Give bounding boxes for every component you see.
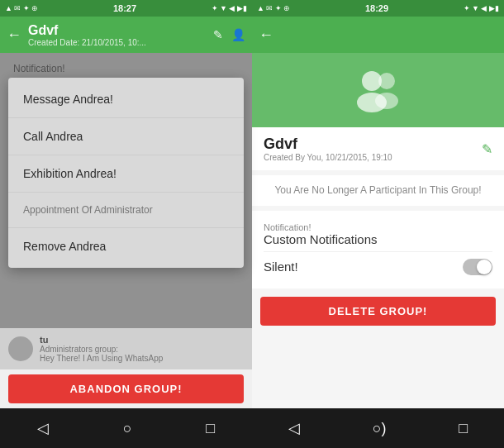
left-content-area: Notification! Custom Notifications! Mess… xyxy=(0,53,252,328)
edit-icon[interactable]: ✎ xyxy=(213,28,223,41)
notification-label-right: Notification! xyxy=(264,222,492,232)
settings-section: Notification! Custom Notifications Silen… xyxy=(252,211,504,288)
right-panel: ▲ ✉ ✦ ⊕ 18:29 ✦ ▼ ◀ ▶▮ ← Gdvf Created By… xyxy=(252,0,504,448)
popup-item-exhibition[interactable]: Exhibition Andrea! xyxy=(8,155,244,193)
back-nav-icon-left[interactable]: ◁ xyxy=(37,419,49,437)
edit-icon-right[interactable]: ✎ xyxy=(482,141,492,157)
notification-row: Notification! Custom Notifications xyxy=(264,217,492,252)
top-bar-action-icons: ✎ 👤 xyxy=(213,28,245,41)
toggle-knob xyxy=(477,260,492,274)
silent-label: Silent! xyxy=(264,260,298,274)
group-name-row: Gdvf Created By You, 10/21/2015, 19:10 ✎ xyxy=(264,136,492,162)
left-top-bar: ← Gdvf Created Date: 21/10/2015, 10:... … xyxy=(0,17,252,53)
delete-group-button[interactable]: DELETE GROUP! xyxy=(260,297,496,326)
group-info-section: Gdvf Created By You, 10/21/2015, 19:10 ✎ xyxy=(252,127,504,170)
right-nav-bar: ◁ ○) □ xyxy=(252,408,504,448)
left-status-left-icons: ▲ ✉ ✦ ⊕ xyxy=(5,4,38,12)
group-header xyxy=(252,53,504,127)
chat-name: tu xyxy=(40,335,163,345)
chat-role: Administrators group: xyxy=(40,345,163,354)
group-avatar xyxy=(352,64,405,117)
notification-label-left: Notification! xyxy=(13,63,239,74)
context-menu-popup: Message Andrea! Call Andrea Exhibition A… xyxy=(8,78,244,268)
popup-item-call[interactable]: Call Andrea xyxy=(8,118,244,155)
svg-point-3 xyxy=(375,93,398,109)
left-panel: ▲ ✉ ✦ ⊕ 18:27 ✦ ▼ ◀ ▶▮ ← Gdvf Created Da… xyxy=(0,0,252,448)
recents-nav-icon-right[interactable]: □ xyxy=(459,420,468,437)
abandon-group-button[interactable]: ABANDON GROUP! xyxy=(8,374,244,403)
right-status-bar: ▲ ✉ ✦ ⊕ 18:29 ✦ ▼ ◀ ▶▮ xyxy=(252,0,504,17)
group-title-left: Gdvf xyxy=(28,23,207,38)
left-nav-bar: ◁ ○ □ xyxy=(0,408,252,448)
right-top-bar: ← xyxy=(252,17,504,53)
group-avatar-svg xyxy=(354,68,403,113)
back-icon-right[interactable]: ← xyxy=(259,26,273,44)
custom-notifications-setting[interactable]: Custom Notifications xyxy=(264,232,492,246)
left-status-time: 18:27 xyxy=(113,3,136,13)
chat-avatar xyxy=(8,336,33,361)
group-name: Gdvf xyxy=(264,136,392,153)
popup-item-remove[interactable]: Remove Andrea xyxy=(8,228,244,265)
popup-item-appointment[interactable]: Appointment Of Administrator xyxy=(8,193,244,228)
silent-row: Silent! xyxy=(264,252,492,282)
chat-info: tu Administrators group: Hey There! I Am… xyxy=(40,335,163,363)
chat-item: tu Administrators group: Hey There! I Am… xyxy=(8,331,244,366)
chat-snippet-area: tu Administrators group: Hey There! I Am… xyxy=(0,328,252,369)
popup-item-message[interactable]: Message Andrea! xyxy=(8,81,244,118)
recents-nav-icon-left[interactable]: □ xyxy=(206,420,215,437)
right-status-left-icons: ▲ ✉ ✦ ⊕ xyxy=(257,4,290,12)
left-status-bar: ▲ ✉ ✦ ⊕ 18:27 ✦ ▼ ◀ ▶▮ xyxy=(0,0,252,17)
group-info-text: Gdvf Created By You, 10/21/2015, 19:10 xyxy=(264,136,392,162)
silent-toggle[interactable] xyxy=(463,259,492,275)
back-icon[interactable]: ← xyxy=(7,26,21,44)
home-nav-icon-left[interactable]: ○ xyxy=(123,420,132,437)
home-nav-icon-right[interactable]: ○) xyxy=(373,420,387,437)
right-status-right-icons: ✦ ▼ ◀ ▶▮ xyxy=(464,4,499,12)
participant-notice: You Are No Longer A Participant In This … xyxy=(252,175,504,206)
svg-point-1 xyxy=(378,73,395,89)
right-status-time: 18:29 xyxy=(365,3,388,13)
group-subtitle-left: Created Date: 21/10/2015, 10:... xyxy=(28,38,207,47)
group-meta: Created By You, 10/21/2015, 19:10 xyxy=(264,153,392,162)
back-nav-icon-right[interactable]: ◁ xyxy=(288,419,300,437)
left-status-right-icons: ✦ ▼ ◀ ▶▮ xyxy=(212,4,247,12)
profile-icon[interactable]: 👤 xyxy=(231,28,245,41)
chat-message: Hey There! I Am Using WhatsApp xyxy=(40,354,163,363)
